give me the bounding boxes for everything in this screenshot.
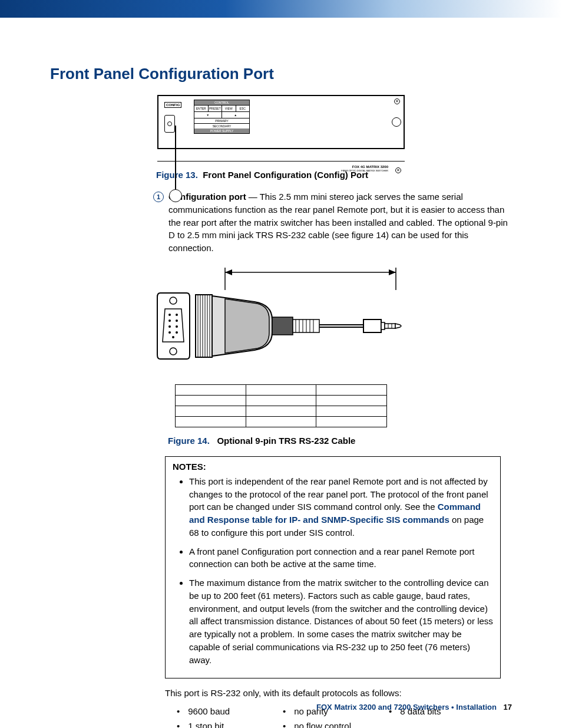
svg-point-11: [168, 325, 171, 328]
svg-point-9: [168, 319, 171, 322]
note-item: A front panel Configuration port connect…: [189, 545, 493, 571]
svg-point-12: [176, 325, 178, 328]
pin-table: [175, 384, 387, 427]
notes-header: NOTES:: [173, 462, 493, 472]
svg-marker-4: [389, 269, 396, 275]
svg-rect-36: [385, 324, 395, 328]
page-footer: FOX Matrix 3200 and 7200 Switchers • Ins…: [316, 703, 512, 711]
svg-rect-24: [272, 317, 293, 335]
svg-point-6: [170, 348, 177, 355]
product-label: FOX 4G MATRIX 3200 FIBER OPTIC DIGITAL M…: [341, 165, 388, 172]
btn-view: VIEW: [222, 106, 236, 111]
page-heading: Front Panel Configuration Port: [50, 65, 512, 83]
control-header: CONTROL: [194, 100, 249, 105]
svg-point-15: [172, 336, 174, 338]
page-content: Front Panel Configuration Port ✕ CONFIG …: [0, 18, 562, 728]
circle-icon: [392, 117, 401, 127]
secondary-label: SECONDARY: [194, 123, 249, 129]
arrow-up-icon: ▲: [222, 112, 250, 118]
svg-point-7: [168, 314, 171, 316]
protocol-intro: This port is RS-232 only, with its defau…: [165, 687, 512, 700]
svg-rect-34: [363, 319, 381, 332]
figure-14-caption: Figure 14. Optional 9-pin TRS RS-232 Cab…: [168, 436, 512, 446]
proto-item: 1 stop bit: [177, 721, 283, 728]
callout-1: 1 Configuration port — This 2.5 mm mini …: [153, 190, 512, 255]
proto-item: no flow control: [283, 721, 389, 728]
notes-list: This port is independent of the rear pan…: [173, 475, 493, 667]
btn-preset: PRESET: [209, 106, 223, 111]
svg-point-14: [176, 331, 178, 334]
note-item: This port is independent of the rear pan…: [189, 475, 493, 539]
header-gradient-bar: [0, 0, 562, 18]
svg-point-5: [170, 297, 177, 304]
svg-point-10: [176, 319, 178, 322]
primary-label: PRIMARY: [194, 118, 249, 123]
callout-line: [175, 126, 176, 193]
power-supply-label: POWER SUPPLY: [194, 129, 249, 133]
callout-body: Configuration port — This 2.5 mm mini st…: [168, 190, 512, 255]
arrow-down-icon: ▼: [194, 112, 222, 118]
btn-esc: ESC: [236, 106, 250, 111]
screw-icon: ✕: [394, 98, 400, 104]
btn-enter: ENTER: [194, 106, 209, 111]
svg-rect-35: [381, 322, 385, 330]
config-jack-icon: [164, 115, 175, 133]
figure-14-diagram: [154, 261, 408, 427]
svg-point-13: [168, 331, 171, 334]
control-box: CONTROL ENTER PRESET VIEW ESC ▼ ▲ PRIMAR…: [194, 100, 250, 134]
callout-number: 1: [153, 192, 164, 202]
cable-svg-icon: [154, 261, 408, 378]
notes-box: NOTES: This port is independent of the r…: [165, 456, 501, 679]
figure-13-caption: Figure 13. Front Panel Configuration (Co…: [156, 170, 512, 180]
svg-marker-3: [225, 269, 232, 275]
callout-circle-icon: [169, 189, 182, 202]
figure-13-diagram: ✕ CONFIG CONTROL ENTER PRESET VIEW ESC ▼: [157, 95, 405, 162]
config-label: CONFIG: [164, 102, 181, 108]
proto-item: 9600 baud: [177, 706, 283, 716]
note-item: The maximum distance from the matrix swi…: [189, 577, 493, 666]
svg-point-8: [176, 314, 178, 316]
screw-icon: ✕: [395, 167, 401, 173]
